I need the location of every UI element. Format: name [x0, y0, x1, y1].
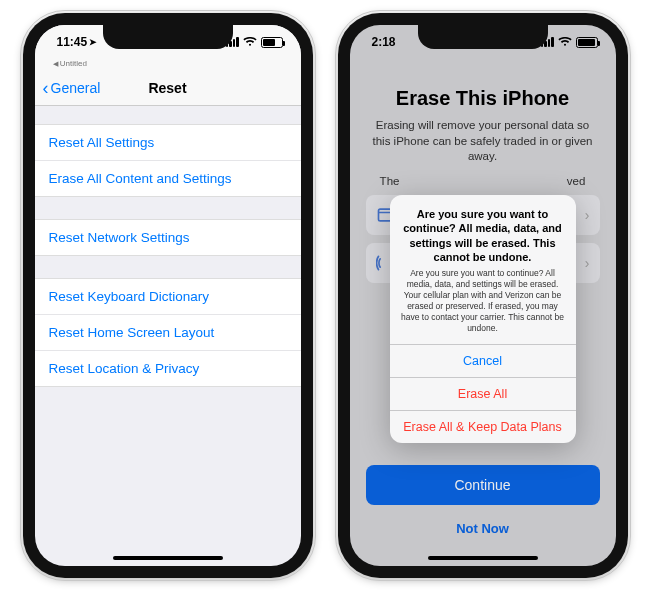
nav-bar: ‹ General Reset — [35, 70, 301, 106]
settings-list: Reset All Settings Erase All Content and… — [35, 106, 301, 387]
status-time-area: 11:45 ➤ — [57, 35, 98, 49]
row-reset-all-settings[interactable]: Reset All Settings — [35, 125, 301, 161]
notch — [418, 25, 548, 49]
status-time: 11:45 — [57, 35, 88, 49]
tab-label: Untitled — [60, 59, 87, 68]
alert-erase-all-button[interactable]: Erase All — [390, 377, 576, 410]
settings-group-2: Reset Network Settings — [35, 219, 301, 256]
screen-left: 11:45 ➤ ◀ Untitled ‹ General Reset Reset… — [35, 25, 301, 566]
alert-cancel-button[interactable]: Cancel — [390, 344, 576, 377]
chevron-left-icon: ‹ — [43, 79, 49, 97]
phone-left: 11:45 ➤ ◀ Untitled ‹ General Reset Reset… — [23, 13, 313, 578]
row-reset-keyboard[interactable]: Reset Keyboard Dictionary — [35, 279, 301, 315]
alert-title: Are you sure you want to continue? All m… — [400, 207, 566, 264]
tab-chevron-icon: ◀ — [53, 60, 58, 67]
phone-right: 2:18 Erase This iPhone Erasing will remo… — [338, 13, 628, 578]
notch — [103, 25, 233, 49]
wifi-icon — [243, 37, 257, 47]
alert-erase-keep-plans-button[interactable]: Erase All & Keep Data Plans — [390, 410, 576, 443]
row-erase-all-content[interactable]: Erase All Content and Settings — [35, 161, 301, 196]
battery-icon — [261, 37, 283, 48]
home-indicator[interactable] — [113, 556, 223, 560]
alert-body: Are you sure you want to continue? All m… — [390, 195, 576, 344]
safari-tab-strip: ◀ Untitled — [35, 59, 301, 70]
location-arrow-icon: ➤ — [89, 37, 97, 47]
screen-right: 2:18 Erase This iPhone Erasing will remo… — [350, 25, 616, 566]
row-reset-network[interactable]: Reset Network Settings — [35, 220, 301, 255]
confirm-alert: Are you sure you want to continue? All m… — [390, 195, 576, 443]
settings-group-3: Reset Keyboard Dictionary Reset Home Scr… — [35, 278, 301, 387]
back-button[interactable]: ‹ General — [43, 79, 101, 97]
row-reset-location-privacy[interactable]: Reset Location & Privacy — [35, 351, 301, 386]
alert-message: Are you sure you want to continue? All m… — [400, 268, 566, 334]
status-icons — [226, 37, 283, 48]
back-label: General — [51, 80, 101, 96]
home-indicator[interactable] — [428, 556, 538, 560]
row-reset-home-screen[interactable]: Reset Home Screen Layout — [35, 315, 301, 351]
settings-group-1: Reset All Settings Erase All Content and… — [35, 124, 301, 197]
